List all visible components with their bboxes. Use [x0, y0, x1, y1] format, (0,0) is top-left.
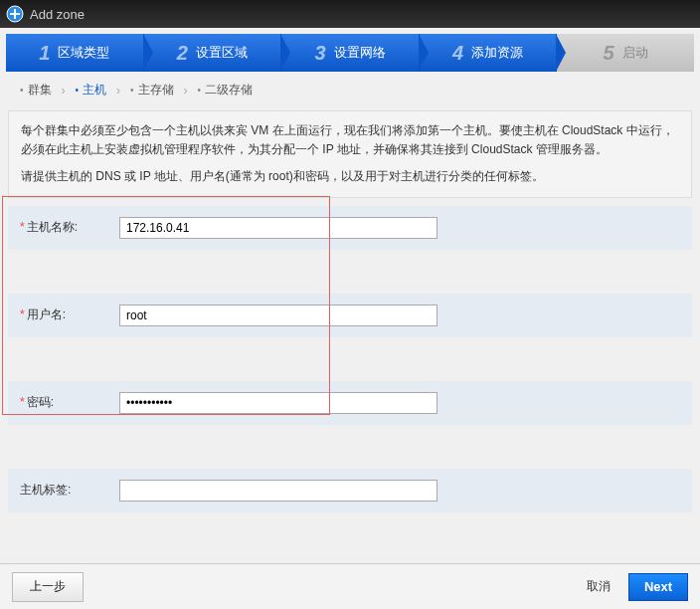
step-label: 设置区域: [196, 44, 248, 62]
chevron-right-icon: ›: [116, 84, 120, 98]
step-num: 2: [177, 42, 188, 65]
bullet-icon: •: [130, 85, 134, 96]
subnav-label: 二级存储: [205, 82, 253, 99]
step-setup-zone[interactable]: 2 设置区域: [144, 34, 282, 72]
chevron-right-icon: ›: [184, 84, 188, 98]
hostname-label: *主机名称:: [20, 219, 119, 236]
row-spacer: [8, 250, 692, 294]
password-label: *密码:: [20, 394, 119, 411]
row-spacer: [8, 337, 692, 381]
subnav-secondary-storage[interactable]: • 二级存储: [198, 82, 254, 99]
row-password: *密码:: [8, 381, 692, 425]
step-add-resources[interactable]: 4 添加资源: [420, 34, 558, 72]
step-label: 区域类型: [58, 44, 109, 62]
row-host-tags: 主机标签:: [8, 469, 692, 512]
step-num: 1: [39, 42, 50, 65]
bullet-icon: •: [20, 85, 24, 96]
add-icon: [6, 5, 24, 23]
username-label: *用户名:: [20, 306, 119, 323]
username-input[interactable]: [119, 304, 438, 326]
window-title: Add zone: [30, 7, 85, 22]
host-tags-label: 主机标签:: [20, 482, 119, 499]
row-spacer: [8, 425, 692, 469]
previous-button[interactable]: 上一步: [12, 572, 84, 602]
bullet-icon: •: [198, 85, 202, 96]
step-zone-type[interactable]: 1 区域类型: [6, 34, 144, 72]
row-hostname: *主机名称:: [8, 206, 692, 250]
wizard-steps: 1 区域类型 2 设置区域 3 设置网络 4 添加资源 5 启动: [6, 34, 694, 72]
bullet-icon: •: [76, 85, 80, 96]
subnav-label: 主存储: [138, 82, 174, 99]
subnav-label: 群集: [28, 82, 52, 99]
subnav-host[interactable]: • 主机: [76, 82, 107, 99]
description-panel: 每个群集中必须至少包含一个主机以供来宾 VM 在上面运行，现在我们将添加第一个主…: [8, 110, 692, 198]
resource-subnav: • 群集 › • 主机 › • 主存储 › • 二级存储: [0, 72, 700, 104]
wizard-footer: 上一步 取消 Next: [0, 563, 700, 609]
subnav-cluster[interactable]: • 群集: [20, 82, 52, 99]
host-form: *主机名称: *用户名: *密码: 主机标签:: [8, 206, 692, 512]
host-tags-input[interactable]: [119, 480, 438, 502]
step-num: 4: [452, 42, 463, 65]
next-button[interactable]: Next: [628, 573, 688, 601]
step-label: 设置网络: [334, 44, 386, 62]
step-launch: 5 启动: [557, 34, 694, 72]
subnav-label: 主机: [83, 82, 106, 99]
step-label: 添加资源: [471, 44, 523, 62]
step-setup-network[interactable]: 3 设置网络: [281, 34, 420, 72]
hostname-input[interactable]: [119, 217, 438, 239]
step-num: 5: [604, 42, 614, 65]
titlebar: Add zone: [0, 0, 700, 28]
password-input[interactable]: [119, 392, 438, 414]
step-label: 启动: [622, 44, 648, 62]
chevron-right-icon: ›: [62, 84, 66, 98]
subnav-primary-storage[interactable]: • 主存储: [130, 82, 174, 99]
description-text-1: 每个群集中必须至少包含一个主机以供来宾 VM 在上面运行，现在我们将添加第一个主…: [21, 121, 679, 159]
row-username: *用户名:: [8, 294, 692, 337]
cancel-link[interactable]: 取消: [587, 578, 611, 595]
description-text-2: 请提供主机的 DNS 或 IP 地址、用户名(通常为 root)和密码，以及用于…: [21, 167, 679, 186]
step-num: 3: [314, 42, 325, 65]
